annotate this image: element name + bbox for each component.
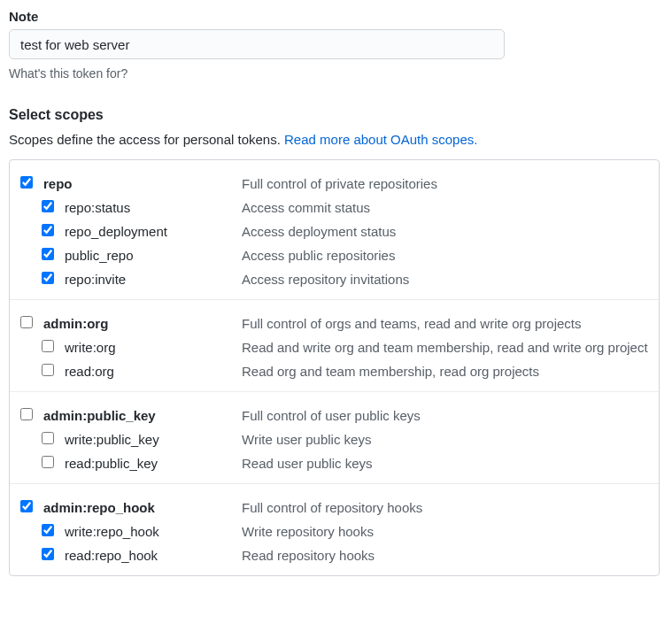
scope-checkbox-admin-org[interactable]	[20, 316, 33, 328]
scope-group-repo: repo Full control of private repositorie…	[10, 160, 659, 299]
scope-group-admin-org: admin:org Full control of orgs and teams…	[10, 299, 659, 391]
scope-row-write-org: write:org Read and write org and team me…	[20, 335, 648, 358]
scope-name: read:org	[65, 364, 114, 379]
scope-row-repo: repo Full control of private repositorie…	[20, 171, 648, 195]
scope-desc: Access public repositories	[242, 246, 648, 263]
scope-row-public-repo: public_repo Access public repositories	[20, 243, 648, 266]
scope-checkbox-repo-status[interactable]	[42, 200, 54, 212]
scope-name: repo_deployment	[65, 224, 167, 239]
scope-name: repo:invite	[65, 272, 126, 287]
scope-desc: Read org and team membership, read org p…	[242, 362, 648, 379]
note-hint: What's this token for?	[9, 66, 663, 81]
scope-desc: Read user public keys	[242, 454, 648, 471]
scope-desc: Read and write org and team membership, …	[242, 338, 648, 355]
scope-row-admin-org: admin:org Full control of orgs and teams…	[20, 311, 648, 335]
scope-checkbox-write-public-key[interactable]	[42, 432, 54, 444]
scope-checkbox-read-repo-hook[interactable]	[42, 548, 54, 560]
scope-checkbox-admin-repo-hook[interactable]	[20, 500, 33, 512]
scope-name: write:org	[65, 340, 116, 355]
scope-name: admin:public_key	[43, 408, 156, 423]
scopes-heading: Select scopes	[9, 107, 663, 123]
scopes-table: repo Full control of private repositorie…	[9, 159, 660, 576]
scope-desc: Write user public keys	[242, 430, 648, 447]
scope-name: admin:org	[43, 316, 108, 331]
scope-group-admin-repo-hook: admin:repo_hook Full control of reposito…	[10, 483, 659, 575]
scope-desc: Access repository invitations	[242, 270, 648, 287]
scope-checkbox-repo[interactable]	[20, 176, 33, 189]
scope-desc: Write repository hooks	[242, 522, 648, 539]
scope-name: write:public_key	[65, 432, 159, 447]
scope-checkbox-repo-invite[interactable]	[42, 272, 54, 284]
scope-name: write:repo_hook	[65, 524, 159, 539]
scope-row-write-public-key: write:public_key Write user public keys	[20, 427, 648, 450]
scope-name: public_repo	[65, 248, 134, 263]
scope-row-repo-status: repo:status Access commit status	[20, 195, 648, 219]
scope-name: admin:repo_hook	[43, 500, 155, 515]
scope-desc: Full control of user public keys	[242, 406, 648, 423]
scope-name: repo:status	[65, 200, 130, 215]
scope-row-repo-invite: repo:invite Access repository invitation…	[20, 266, 648, 290]
scope-name: read:public_key	[65, 456, 158, 471]
scope-desc: Access commit status	[242, 198, 648, 215]
scope-row-admin-repo-hook: admin:repo_hook Full control of reposito…	[20, 495, 648, 519]
scope-desc: Full control of repository hooks	[242, 498, 648, 515]
scope-desc: Access deployment status	[242, 222, 648, 239]
scope-row-repo-deployment: repo_deployment Access deployment status	[20, 219, 648, 243]
scope-name: repo	[43, 176, 73, 191]
scope-desc: Read repository hooks	[242, 546, 648, 563]
note-section: Note What's this token for?	[9, 9, 663, 81]
scope-checkbox-read-public-key[interactable]	[42, 456, 54, 468]
scope-checkbox-read-org[interactable]	[42, 364, 54, 376]
scope-checkbox-write-repo-hook[interactable]	[42, 524, 54, 536]
scope-desc: Full control of orgs and teams, read and…	[242, 314, 648, 331]
note-input[interactable]	[9, 29, 505, 59]
scope-row-read-public-key: read:public_key Read user public keys	[20, 450, 648, 474]
scope-group-admin-public-key: admin:public_key Full control of user pu…	[10, 391, 659, 483]
scopes-description-text: Scopes define the access for personal to…	[9, 132, 284, 147]
scope-checkbox-write-org[interactable]	[42, 340, 54, 352]
scope-checkbox-public-repo[interactable]	[42, 248, 54, 260]
note-label: Note	[9, 9, 663, 24]
scope-row-admin-public-key: admin:public_key Full control of user pu…	[20, 403, 648, 427]
scope-row-write-repo-hook: write:repo_hook Write repository hooks	[20, 519, 648, 543]
scope-name: read:repo_hook	[65, 548, 158, 563]
scopes-description: Scopes define the access for personal to…	[9, 132, 663, 147]
scope-checkbox-admin-public-key[interactable]	[20, 408, 33, 420]
scopes-link[interactable]: Read more about OAuth scopes.	[284, 132, 477, 147]
scope-row-read-org: read:org Read org and team membership, r…	[20, 358, 648, 382]
scope-row-read-repo-hook: read:repo_hook Read repository hooks	[20, 543, 648, 566]
scope-desc: Full control of private repositories	[242, 174, 648, 191]
scope-checkbox-repo-deployment[interactable]	[42, 224, 54, 236]
